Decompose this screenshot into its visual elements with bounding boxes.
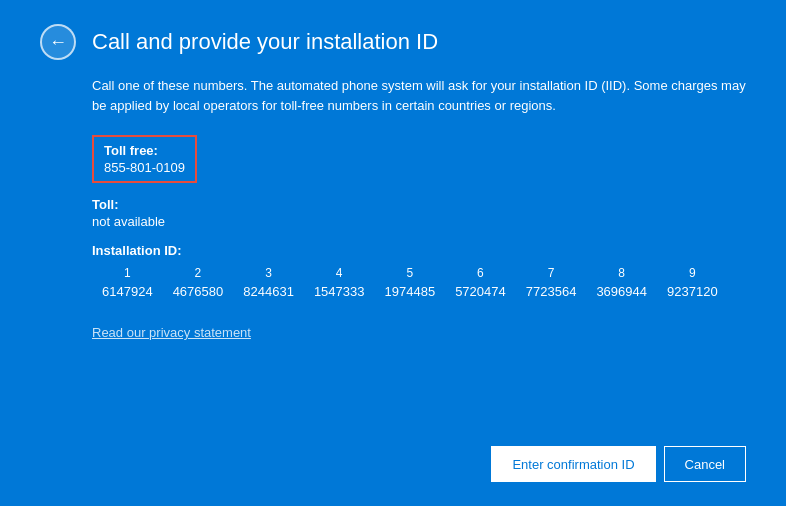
id-value-9: 9237120 [657, 284, 728, 299]
id-col-header-9: 9 [657, 266, 728, 284]
privacy-link[interactable]: Read our privacy statement [92, 325, 251, 340]
id-value-8: 3696944 [586, 284, 657, 299]
id-value-6: 5720474 [445, 284, 516, 299]
main-container: ← Call and provide your installation ID … [0, 0, 786, 506]
back-button[interactable]: ← [40, 24, 76, 60]
description-text: Call one of these numbers. The automated… [92, 76, 746, 115]
id-col-header-5: 5 [375, 266, 446, 284]
enter-confirmation-button[interactable]: Enter confirmation ID [491, 446, 655, 482]
id-col-header-7: 7 [516, 266, 587, 284]
installation-id-label: Installation ID: [92, 243, 746, 258]
footer: Enter confirmation ID Cancel [40, 436, 746, 482]
id-value-4: 1547333 [304, 284, 375, 299]
id-grid: 1234567896147924467658082446311547333197… [92, 266, 728, 299]
toll-free-number: 855-801-0109 [104, 160, 185, 175]
toll-section: Toll: not available [92, 197, 746, 229]
header: ← Call and provide your installation ID [40, 24, 746, 60]
id-value-7: 7723564 [516, 284, 587, 299]
toll-free-label: Toll free: [104, 143, 185, 158]
id-col-header-4: 4 [304, 266, 375, 284]
id-col-header-3: 3 [233, 266, 304, 284]
content-area: Toll free: 855-801-0109 Toll: not availa… [92, 135, 746, 436]
toll-value: not available [92, 214, 746, 229]
id-col-header-1: 1 [92, 266, 163, 284]
back-arrow-icon: ← [49, 33, 67, 51]
id-value-2: 4676580 [163, 284, 234, 299]
id-col-header-6: 6 [445, 266, 516, 284]
page-title: Call and provide your installation ID [92, 29, 438, 55]
id-col-header-2: 2 [163, 266, 234, 284]
cancel-button[interactable]: Cancel [664, 446, 746, 482]
id-value-5: 1974485 [375, 284, 446, 299]
toll-label: Toll: [92, 197, 746, 212]
id-col-header-8: 8 [586, 266, 657, 284]
installation-id-section: Installation ID: 12345678961479244676580… [92, 243, 746, 299]
id-value-1: 6147924 [92, 284, 163, 299]
toll-free-box: Toll free: 855-801-0109 [92, 135, 197, 183]
id-value-3: 8244631 [233, 284, 304, 299]
